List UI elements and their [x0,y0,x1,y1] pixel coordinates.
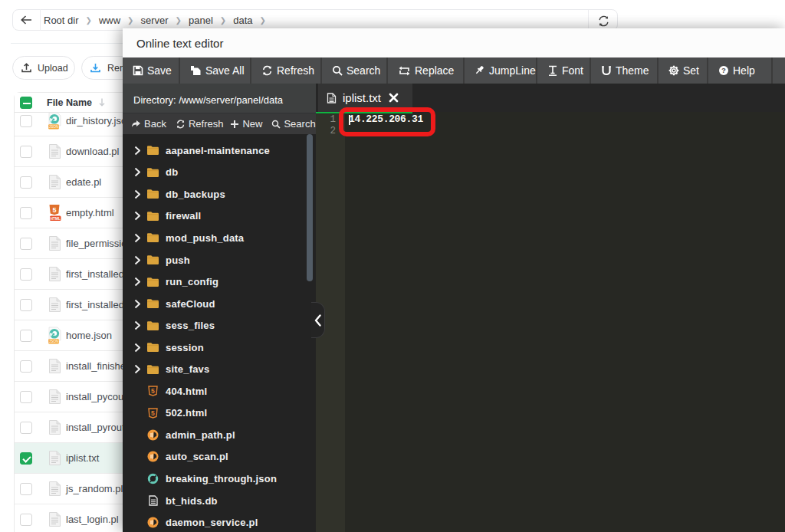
svg-text:5: 5 [52,206,56,214]
svg-text:5: 5 [151,387,155,395]
svg-text:5: 5 [151,409,155,417]
svg-text:JSON: JSON [49,340,58,343]
svg-text:JSON: JSON [49,125,58,129]
svg-text:HTML: HTML [51,217,61,221]
svg-text:?: ? [721,66,726,74]
